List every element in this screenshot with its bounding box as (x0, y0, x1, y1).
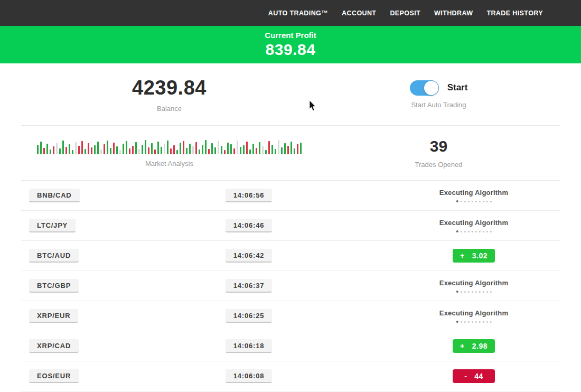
trade-status: -44 (453, 369, 495, 383)
market-bar (183, 141, 184, 154)
market-bar (281, 147, 283, 154)
pair-button[interactable]: BNB/CAD (29, 189, 80, 202)
toggle-knob (424, 81, 438, 95)
market-bar (97, 142, 99, 154)
loading-dot (486, 231, 488, 232)
market-bar (104, 144, 105, 154)
trades-opened-block: 39 Trades Opened (317, 126, 560, 180)
loading-dot (483, 201, 484, 202)
market-bar (126, 141, 127, 154)
executing-algorithm-label: Executing Algorithm (439, 309, 508, 317)
market-bar (208, 149, 210, 154)
market-bar (62, 141, 64, 154)
market-bar (224, 150, 226, 154)
current-profit-value: 839.84 (266, 41, 316, 59)
market-bar (195, 142, 197, 154)
start-auto-trading-toggle[interactable] (410, 80, 439, 96)
market-bar (189, 144, 191, 154)
loading-dot (464, 231, 466, 232)
loading-dot (483, 291, 484, 293)
market-bar (167, 141, 168, 154)
market-bar (154, 150, 156, 154)
market-bar (69, 144, 70, 154)
market-analysis-block: Market Analysis (21, 126, 317, 180)
trades-opened-label: Trades Opened (415, 161, 463, 169)
loading-dot (475, 321, 477, 323)
executing-algorithm-label: Executing Algorithm (439, 189, 508, 197)
market-bar (37, 145, 39, 154)
result-value: 2.98 (472, 342, 488, 350)
trade-status: +2.98 (453, 339, 495, 353)
loading-dot (483, 321, 484, 323)
balance-value: 4239.84 (132, 77, 207, 99)
market-bar (262, 146, 264, 154)
loading-dot (461, 321, 462, 323)
current-profit-banner: Current Profit 839.84 (0, 26, 581, 63)
market-bar (123, 144, 124, 154)
trade-status: Executing Algorithm (439, 279, 508, 293)
market-bar (192, 146, 194, 154)
nav-item-trade-history[interactable]: TRADE HISTORY (486, 10, 543, 17)
loss-badge: -44 (453, 369, 495, 383)
market-bar (240, 147, 241, 154)
market-bar (243, 145, 245, 154)
nav-item-account[interactable]: ACCOUNT (342, 10, 376, 17)
market-bar (91, 147, 92, 154)
result-sign: + (460, 251, 465, 260)
pair-button[interactable]: LTC/JPY (29, 219, 76, 232)
pair-button[interactable]: XRP/CAD (29, 339, 79, 353)
market-bar (265, 150, 267, 154)
trade-status: Executing Algorithm (439, 309, 508, 323)
market-bar (170, 148, 172, 154)
market-bar (100, 150, 102, 154)
loading-dot (464, 321, 466, 323)
table-row: LTC/JPY14:06:46Executing Algorithm (21, 211, 560, 241)
market-bar (237, 141, 238, 154)
market-bar (230, 144, 232, 154)
market-trades-row: Market Analysis 39 Trades Opened (0, 126, 581, 180)
pair-button[interactable]: XRP/EUR (29, 309, 78, 323)
loading-dot (456, 200, 458, 202)
loading-dot (475, 291, 477, 293)
nav-item-deposit[interactable]: DEPOSIT (390, 10, 420, 17)
loading-dot (464, 201, 466, 202)
market-bar (246, 142, 248, 154)
toggle-state-label: Start (447, 82, 468, 93)
nav-item-withdraw[interactable]: WITHDRAW (434, 10, 473, 17)
market-bar (53, 146, 54, 154)
nav-item-auto-trading[interactable]: AUTO TRADING™ (268, 10, 328, 17)
pair-button[interactable]: BTC/AUD (29, 249, 79, 263)
market-bar (138, 149, 140, 154)
loading-dot (472, 291, 473, 293)
loading-dots-indicator (456, 291, 492, 293)
profit-badge: +3.02 (453, 249, 495, 263)
market-bar (268, 141, 270, 154)
market-bar (65, 147, 67, 154)
pair-button[interactable]: BTC/GBP (29, 279, 79, 293)
loading-dot (456, 230, 458, 232)
loading-dot (490, 321, 492, 323)
market-bar (142, 145, 143, 154)
trade-status: Executing Algorithm (439, 189, 508, 202)
market-bar (300, 143, 302, 154)
trade-status: Executing Algorithm (439, 219, 508, 232)
market-analysis-label: Market Analysis (145, 160, 193, 167)
market-bar (151, 143, 153, 154)
loading-dot (456, 291, 458, 293)
loading-dot (472, 231, 473, 232)
market-bar (227, 143, 229, 154)
loading-dot (472, 201, 473, 202)
market-bar (173, 145, 175, 154)
loading-dot (475, 201, 477, 202)
table-row: XRP/CAD14:06:18+2.98 (21, 331, 560, 361)
market-bar (252, 144, 254, 154)
market-bar (259, 142, 260, 154)
market-bar (221, 146, 222, 154)
pair-button[interactable]: EOS/EUR (29, 369, 79, 383)
market-bar (284, 143, 286, 154)
loading-dot (456, 321, 458, 323)
market-bar (278, 140, 279, 154)
market-bar (59, 148, 61, 154)
loading-dot (461, 231, 462, 232)
market-bar (40, 142, 42, 154)
